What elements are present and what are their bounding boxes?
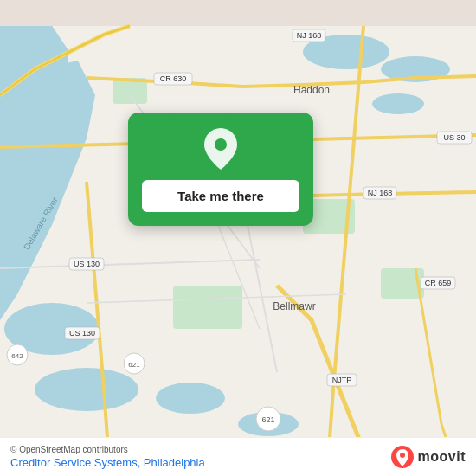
take-me-there-button[interactable]: Take me there: [142, 180, 299, 212]
svg-text:621: 621: [128, 361, 140, 369]
svg-text:US 130: US 130: [74, 260, 100, 268]
bottom-bar: © OpenStreetMap contributors Creditor Se…: [0, 437, 476, 476]
map-container: 621 642 CR 630 US 30 NJ 168 NJ 168 US 13…: [0, 0, 476, 476]
svg-rect-11: [173, 286, 242, 329]
location-pin-icon: [200, 128, 241, 170]
svg-text:Bellmawr: Bellmawr: [273, 300, 315, 312]
svg-point-10: [372, 93, 424, 114]
svg-text:US 130: US 130: [69, 329, 95, 338]
svg-point-5: [35, 368, 138, 411]
svg-text:CR 659: CR 659: [425, 279, 452, 287]
map-background: 621 642 CR 630 US 30 NJ 168 NJ 168 US 13…: [0, 0, 476, 476]
svg-text:NJTP: NJTP: [332, 376, 352, 384]
svg-text:CR 630: CR 630: [160, 74, 187, 83]
moovit-icon: [390, 445, 415, 469]
bottom-left-info: © OpenStreetMap contributors Creditor Se…: [10, 445, 205, 469]
moovit-text: moovit: [418, 449, 466, 465]
moovit-logo: moovit: [390, 445, 466, 469]
osm-attribution: © OpenStreetMap contributors: [10, 445, 205, 454]
svg-point-40: [215, 138, 227, 151]
svg-text:Haddon: Haddon: [293, 84, 330, 96]
place-name[interactable]: Creditor Service Systems, Philadelphia: [10, 456, 205, 469]
svg-point-42: [400, 453, 405, 458]
svg-point-6: [156, 383, 225, 414]
svg-text:642: 642: [11, 352, 23, 360]
svg-text:NJ 168: NJ 168: [368, 189, 393, 197]
svg-text:US 30: US 30: [443, 133, 465, 142]
svg-text:NJ 168: NJ 168: [297, 31, 322, 40]
popup-card: Take me there: [128, 113, 313, 226]
svg-text:621: 621: [261, 415, 274, 424]
